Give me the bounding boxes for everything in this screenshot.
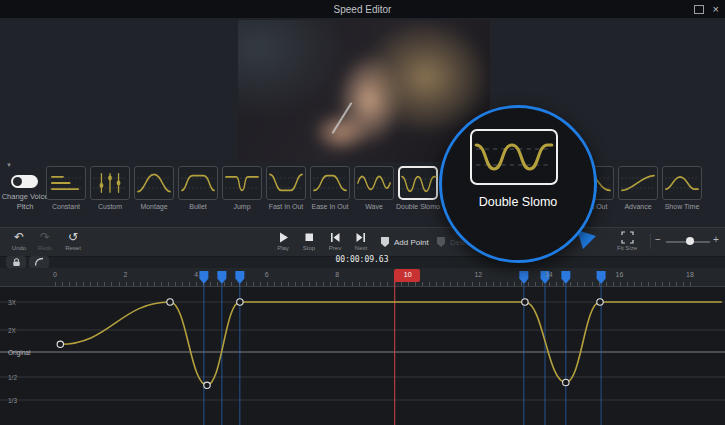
titlebar: Speed Editor ×	[0, 0, 725, 18]
montage-curve-icon	[135, 167, 173, 199]
constant-curve-icon	[47, 167, 85, 199]
ruler-tick-4: 4	[194, 271, 198, 278]
toolbar-divider	[650, 234, 651, 249]
lock-button[interactable]	[6, 256, 26, 268]
fit-size-button[interactable]: Fit Size	[612, 231, 642, 251]
speed-editor-window: Speed Editor × ▼ Change Voice Pitch Cons…	[0, 0, 725, 425]
ruler-tick-0: 0	[53, 271, 57, 278]
preset-label: Bullet	[189, 203, 207, 210]
preset-fast-in-out[interactable]: Fast In Out	[266, 166, 306, 212]
wave-curve-icon	[355, 167, 393, 199]
bullet-curve-icon	[179, 167, 217, 199]
toggle-knob	[13, 177, 22, 186]
ruler-tick-10: 10	[404, 271, 412, 278]
ruler-tick-12: 12	[474, 271, 482, 278]
preset-thumb	[354, 166, 394, 200]
preset-label: Fast In Out	[269, 203, 304, 210]
voice-pitch-toggle[interactable]	[11, 175, 38, 188]
prev-icon	[329, 231, 341, 244]
speed-label-2x: 2X	[8, 327, 16, 334]
preset-thumb	[266, 166, 306, 200]
zoom-in-icon[interactable]: +	[713, 234, 719, 245]
magnifier-preset-thumb	[470, 129, 558, 185]
preset-label: Ease In Out	[312, 203, 349, 210]
lock-icon	[11, 257, 22, 267]
double-slomo-curve-icon	[400, 168, 438, 200]
advance-curve-icon	[619, 167, 657, 199]
ease-in-out-curve-icon	[311, 167, 349, 199]
undo-icon: ↶	[14, 231, 24, 244]
preset-wave[interactable]: Wave	[354, 166, 394, 212]
preset-label: Jump	[233, 203, 250, 210]
preset-thumb	[398, 166, 438, 200]
speed-label-3x: 3X	[8, 299, 16, 306]
preset-label: Advance	[624, 203, 651, 210]
jump-curve-icon	[223, 167, 261, 199]
ruler-tick-6: 6	[265, 271, 269, 278]
preset-label: Custom	[98, 203, 122, 210]
ruler-tick-2: 2	[124, 271, 128, 278]
titlebar-controls: ×	[694, 0, 719, 18]
preset-thumb	[662, 166, 702, 200]
show-time-curve-icon	[663, 167, 701, 199]
preset-custom[interactable]: Custom	[90, 166, 130, 212]
preset-jump[interactable]: Jump	[222, 166, 262, 212]
preset-row: ConstantCustomMontageBulletJumpFast In O…	[46, 166, 725, 214]
speed-label-1-2: 1/2	[8, 374, 17, 381]
preset-constant[interactable]: Constant	[46, 166, 86, 212]
preset-thumb	[222, 166, 262, 200]
minor-ticks	[55, 282, 695, 286]
fit-size-icon	[621, 231, 634, 244]
preset-label: Constant	[52, 203, 80, 210]
custom-curve-icon	[91, 167, 129, 199]
reset-icon: ↺	[68, 231, 78, 244]
preset-label: Wave	[365, 203, 383, 210]
preset-label: Montage	[140, 203, 167, 210]
redo-button[interactable]: ↷ Redo	[30, 231, 60, 251]
curve-tool-icon	[33, 257, 45, 267]
stop-icon	[303, 231, 315, 244]
preset-thumb	[178, 166, 218, 200]
magnifier-label: Double Slomo	[442, 195, 594, 209]
speed-label-1-3: 1/3	[8, 397, 17, 404]
zoom-out-icon[interactable]: −	[655, 234, 661, 245]
preset-ease-in-out[interactable]: Ease In Out	[310, 166, 350, 212]
magnifier-curve-icon	[472, 131, 556, 183]
preset-label: Double Slomo	[396, 203, 440, 210]
graph-area	[0, 287, 725, 425]
ruler-tick-8: 8	[335, 271, 339, 278]
preset-bullet[interactable]: Bullet	[178, 166, 218, 212]
preset-thumb	[134, 166, 174, 200]
preset-thumb	[310, 166, 350, 200]
ruler-tick-14: 14	[545, 271, 553, 278]
ruler-tick-18: 18	[686, 271, 694, 278]
close-icon[interactable]: ×	[713, 4, 719, 15]
next-icon	[355, 231, 367, 244]
play-icon	[277, 231, 289, 244]
curve-tool-button[interactable]	[29, 256, 49, 268]
voice-pitch-label: Change Voice Pitch	[0, 192, 50, 212]
add-point-icon	[380, 236, 390, 248]
toolbar: ↶ Undo ↷ Redo ↺ Reset Play Stop Prev Nex…	[0, 227, 725, 257]
ruler-tick-16: 16	[616, 271, 624, 278]
fast-in-out-curve-icon	[267, 167, 305, 199]
zoom-slider-knob[interactable]	[686, 237, 694, 245]
add-point-button[interactable]: Add Point	[380, 236, 429, 248]
speed-label-original: Original	[8, 349, 30, 356]
preset-thumb	[90, 166, 130, 200]
preset-show-time[interactable]: Show Time	[662, 166, 702, 212]
delete-point-icon	[436, 236, 446, 248]
maximize-icon[interactable]	[694, 5, 704, 14]
preset-montage[interactable]: Montage	[134, 166, 174, 212]
reset-button[interactable]: ↺ Reset	[58, 231, 88, 251]
next-button[interactable]: Next	[346, 231, 376, 251]
collapse-arrow-icon[interactable]: ▼	[6, 162, 12, 168]
preset-double-slomo[interactable]: Double Slomo	[398, 166, 438, 212]
preset-thumb	[618, 166, 658, 200]
preset-advance[interactable]: Advance	[618, 166, 658, 212]
redo-icon: ↷	[40, 231, 50, 244]
preset-label: Show Time	[665, 203, 700, 210]
preset-thumb	[46, 166, 86, 200]
magnifier-callout: Double Slomo	[439, 105, 597, 263]
current-time: 00:00:09.63	[317, 255, 407, 264]
